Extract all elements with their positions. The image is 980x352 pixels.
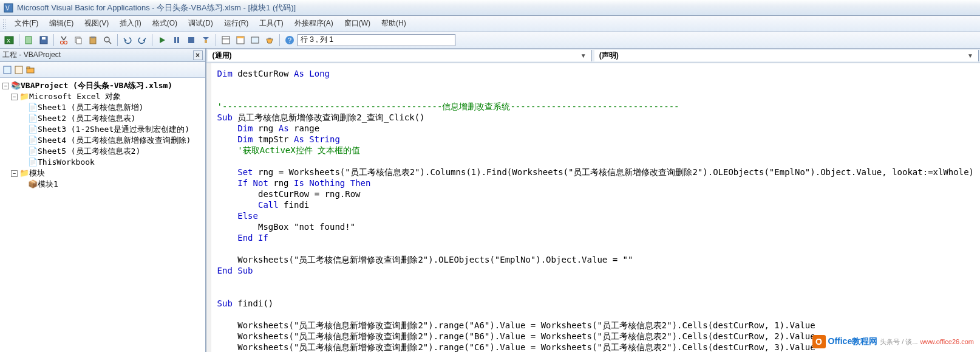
- watermark-brand: Office教程网: [828, 336, 878, 347]
- svg-rect-18: [188, 37, 194, 43]
- menu-help[interactable]: 帮助(H): [376, 17, 411, 30]
- project-toolbar: [0, 62, 205, 78]
- app-icon: V: [4, 3, 13, 13]
- watermark: O Office教程网 头条号 / 谈... www.office26.com: [812, 335, 974, 348]
- procedure-dropdown-label: (声明): [599, 50, 619, 61]
- svg-rect-30: [15, 66, 22, 74]
- svg-rect-20: [205, 40, 207, 43]
- menu-view[interactable]: 视图(V): [80, 17, 114, 30]
- svg-rect-25: [251, 37, 259, 43]
- project-explorer-header: 工程 - VBAProject ×: [0, 49, 205, 62]
- cursor-position: 行 3 , 列 1: [298, 34, 455, 46]
- chevron-down-icon: ▼: [580, 52, 587, 59]
- project-explorer-title: 工程 - VBAProject: [2, 50, 61, 60]
- svg-text:X: X: [7, 38, 10, 44]
- design-mode-icon[interactable]: [199, 33, 213, 47]
- view-code-icon[interactable]: [2, 65, 12, 75]
- code-window: (通用) ▼ (声明) ▼ Dim destCurRow As Long '--…: [206, 49, 980, 352]
- tree-root[interactable]: −📚 VBAProject (今日头条-VBA练习.xlsm): [2, 80, 203, 91]
- find-icon[interactable]: [101, 33, 114, 47]
- run-icon[interactable]: [155, 33, 169, 47]
- close-icon[interactable]: ×: [193, 50, 203, 60]
- project-explorer-icon[interactable]: [219, 33, 233, 47]
- svg-rect-26: [268, 38, 271, 39]
- svg-rect-32: [27, 67, 30, 69]
- tree-thisworkbook[interactable]: 📄 ThisWorkbook: [2, 157, 203, 168]
- project-explorer: 工程 - VBAProject × −📚 VBAProject (今日头条-VB…: [0, 49, 206, 352]
- menu-edit[interactable]: 编辑(E): [44, 17, 78, 30]
- help-icon[interactable]: ?: [283, 33, 296, 47]
- svg-rect-4: [26, 36, 32, 44]
- break-icon[interactable]: [170, 33, 183, 47]
- tree-sheet5[interactable]: 📄 Sheet5 (员工考核信息表2): [2, 146, 203, 157]
- office-logo-icon: O: [812, 335, 826, 348]
- svg-rect-21: [222, 36, 230, 44]
- menu-run[interactable]: 运行(R): [219, 17, 254, 30]
- menubar: 文件(F) 编辑(E) 视图(V) 插入(I) 格式(O) 调试(D) 运行(R…: [0, 16, 980, 32]
- tree-excel-objects[interactable]: −📁 Microsoft Excel 对象: [2, 91, 203, 102]
- expander-icon[interactable]: −: [11, 170, 18, 177]
- menu-tools[interactable]: 工具(T): [254, 17, 288, 30]
- menu-insert[interactable]: 插入(I): [115, 17, 146, 30]
- watermark-sub: 头条号 / 谈...: [880, 337, 917, 347]
- toolbox-icon[interactable]: [263, 33, 276, 47]
- svg-marker-15: [160, 37, 165, 43]
- svg-text:V: V: [5, 5, 10, 12]
- svg-point-7: [61, 41, 64, 44]
- chevron-down-icon: ▼: [967, 52, 973, 59]
- object-browser-icon[interactable]: [248, 33, 262, 47]
- svg-rect-16: [174, 37, 176, 43]
- menu-addins[interactable]: 外接程序(A): [290, 17, 338, 30]
- properties-window-icon[interactable]: [234, 33, 247, 47]
- expander-icon[interactable]: −: [2, 83, 9, 89]
- menu-window[interactable]: 窗口(W): [339, 17, 375, 30]
- undo-icon[interactable]: [121, 33, 134, 47]
- menu-format[interactable]: 格式(O): [148, 17, 182, 30]
- watermark-url: www.office26.com: [920, 338, 974, 345]
- reset-icon[interactable]: [185, 33, 198, 47]
- tree-sheet3[interactable]: 📄 Sheet3 (1-2Sheet是通过录制宏创建的): [2, 124, 203, 135]
- code-header: (通用) ▼ (声明) ▼: [206, 49, 980, 63]
- svg-rect-12: [91, 36, 95, 38]
- svg-line-14: [109, 41, 111, 44]
- svg-rect-6: [42, 37, 46, 40]
- toolbar: X ? 行 3 , 列 1: [0, 32, 980, 49]
- svg-point-13: [104, 37, 109, 42]
- tree-sheet1[interactable]: 📄 Sheet1 (员工考核信息新增): [2, 102, 203, 113]
- project-tree[interactable]: −📚 VBAProject (今日头条-VBA练习.xlsm) −📁 Micro…: [0, 78, 205, 352]
- tree-sheet4[interactable]: 📄 Sheet4 (员工考核信息新增修改查询删除): [2, 135, 203, 146]
- toolbar-grip[interactable]: [2, 18, 6, 29]
- svg-rect-17: [177, 37, 179, 43]
- svg-text:?: ?: [288, 36, 291, 44]
- window-title: Microsoft Visual Basic for Applications …: [17, 2, 296, 13]
- paste-icon[interactable]: [86, 33, 100, 47]
- object-dropdown[interactable]: (通用) ▼: [208, 50, 592, 61]
- svg-rect-10: [77, 38, 81, 44]
- code-editor[interactable]: Dim destCurRow As Long '----------------…: [206, 63, 980, 352]
- svg-point-8: [64, 41, 67, 44]
- cut-icon[interactable]: [57, 33, 70, 47]
- copy-icon[interactable]: [72, 33, 85, 47]
- redo-icon[interactable]: [135, 33, 149, 47]
- titlebar: V Microsoft Visual Basic for Application…: [0, 0, 980, 16]
- toggle-folders-icon[interactable]: [26, 65, 35, 75]
- svg-marker-19: [203, 37, 209, 40]
- view-object-icon[interactable]: [14, 65, 24, 75]
- tree-module1[interactable]: 📦 模块1: [2, 179, 203, 190]
- procedure-dropdown[interactable]: (声明) ▼: [594, 50, 979, 61]
- expander-icon[interactable]: −: [11, 94, 18, 100]
- svg-rect-24: [237, 36, 244, 38]
- menu-debug[interactable]: 调试(D): [183, 17, 218, 30]
- tree-modules[interactable]: −📁 模块: [2, 168, 203, 179]
- view-excel-icon[interactable]: X: [2, 33, 16, 47]
- cursor-position-text: 行 3 , 列 1: [301, 35, 333, 45]
- save-icon[interactable]: [37, 33, 50, 47]
- insert-object-icon[interactable]: [22, 33, 36, 47]
- tree-sheet2[interactable]: 📄 Sheet2 (员工考核信息表): [2, 113, 203, 124]
- object-dropdown-label: (通用): [213, 50, 232, 61]
- svg-rect-29: [4, 66, 11, 74]
- menu-file[interactable]: 文件(F): [10, 17, 43, 30]
